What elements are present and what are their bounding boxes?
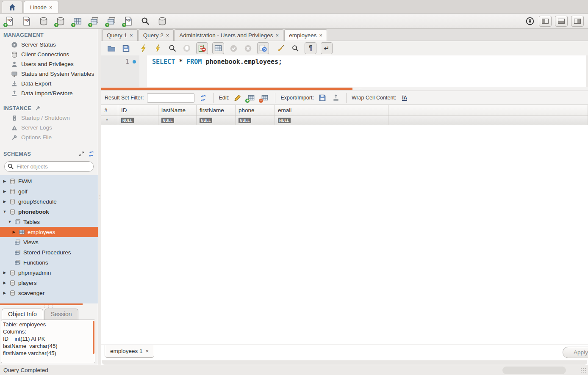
- toggle-bottom-panel-button[interactable]: [555, 16, 568, 27]
- column-header-rownum[interactable]: #: [101, 105, 118, 116]
- close-icon[interactable]: ×: [130, 32, 133, 39]
- tree-item-phonebook[interactable]: ▼ phonebook: [0, 207, 98, 217]
- delete-row-button[interactable]: −: [260, 93, 270, 102]
- chevron-right-icon[interactable]: ▶: [3, 199, 7, 204]
- limit-rows-button[interactable]: [212, 42, 224, 54]
- tree-item-golf[interactable]: ▶ golf: [0, 186, 98, 196]
- result-set-filter-input[interactable]: [147, 93, 194, 103]
- refresh-schemas-icon[interactable]: [88, 151, 94, 157]
- tab-employees[interactable]: employees ×: [284, 29, 327, 41]
- chevron-right-icon[interactable]: ▶: [3, 189, 7, 193]
- beautify-query-button[interactable]: [276, 43, 286, 53]
- cell-phone[interactable]: NULL: [236, 116, 275, 125]
- chevron-down-icon[interactable]: ▼: [3, 210, 7, 214]
- close-icon[interactable]: ×: [166, 32, 169, 39]
- toggle-invisible-chars-button[interactable]: ¶: [305, 42, 316, 54]
- tab-administration-users[interactable]: Administration - Users and Privileges ×: [175, 29, 283, 41]
- splitter-grip[interactable]: ⋯: [359, 88, 362, 91]
- execute-button[interactable]: [139, 43, 149, 53]
- cell-id[interactable]: NULL: [118, 116, 158, 125]
- cell-firstname[interactable]: NULL: [197, 116, 236, 125]
- reconnect-dbms-button[interactable]: [157, 16, 168, 27]
- tree-item-scavenger[interactable]: ▶ scavenger: [0, 288, 98, 298]
- toggle-stop-on-error-button[interactable]: [196, 42, 208, 54]
- export-recordset-button[interactable]: [317, 93, 327, 102]
- tab-query-2[interactable]: Query 2 ×: [139, 29, 174, 41]
- column-header-id[interactable]: ID: [118, 105, 158, 116]
- chevron-down-icon[interactable]: ▼: [8, 220, 12, 224]
- execute-current-statement-button[interactable]: [153, 43, 163, 53]
- toggle-wrap-cell-button[interactable]: ĪA: [399, 93, 410, 102]
- chevron-right-icon[interactable]: ▶: [3, 179, 7, 183]
- search-table-data-button[interactable]: [140, 16, 151, 27]
- stop-query-button[interactable]: [182, 43, 192, 53]
- sidebar-item-users-and-privileges[interactable]: Users and Privileges: [0, 59, 98, 69]
- resize-grip-icon[interactable]: [580, 368, 586, 374]
- close-icon[interactable]: ×: [319, 32, 322, 39]
- apply-button[interactable]: Apply: [563, 347, 588, 358]
- create-function-button[interactable]: +: [123, 16, 134, 27]
- sidebar-item-options-file[interactable]: Options File: [0, 132, 98, 142]
- tree-item-functions[interactable]: Functions: [0, 257, 98, 267]
- sidebar-item-data-export[interactable]: Data Export: [0, 79, 98, 88]
- result-tab-employees-1[interactable]: employees 1 ×: [105, 345, 154, 358]
- sidebar-item-data-import[interactable]: Data Import/Restore: [0, 88, 98, 98]
- commit-button[interactable]: [228, 43, 239, 53]
- connection-tab-linode[interactable]: Linode ×: [24, 1, 59, 13]
- column-header-phone[interactable]: phone: [236, 105, 275, 116]
- toggle-word-wrap-button[interactable]: ↵: [321, 42, 333, 54]
- scrollbar[interactable]: [586, 55, 588, 87]
- import-records-button[interactable]: [331, 93, 341, 102]
- table-row[interactable]: * NULL NULL NULL NULL NULL: [101, 116, 588, 125]
- cell-lastname[interactable]: NULL: [158, 116, 197, 125]
- column-header-email[interactable]: email: [275, 105, 388, 116]
- tree-item-views[interactable]: Views: [0, 237, 98, 247]
- home-tab[interactable]: [2, 1, 23, 13]
- open-script-button[interactable]: [106, 43, 116, 53]
- rollback-button[interactable]: [243, 43, 253, 53]
- create-view-button[interactable]: +: [89, 16, 100, 27]
- tree-item-phpmyadmin[interactable]: ▶ phpmyadmin: [0, 267, 98, 278]
- editor-result-splitter[interactable]: ⋯: [101, 87, 588, 91]
- sidebar-item-status-system-variables[interactable]: Status and System Variables: [0, 69, 98, 79]
- create-procedure-button[interactable]: +: [106, 16, 117, 27]
- explain-plan-button[interactable]: [167, 43, 178, 53]
- scrollbar[interactable]: [93, 321, 94, 354]
- new-sql-tab-button[interactable]: +: [4, 16, 15, 27]
- open-sql-script-button[interactable]: [21, 16, 32, 27]
- column-header-firstname[interactable]: firstName: [197, 105, 236, 116]
- vertical-splitter[interactable]: ⋮: [98, 29, 101, 365]
- column-header-lastname[interactable]: lastName: [158, 105, 197, 116]
- cell-email[interactable]: NULL: [275, 116, 388, 125]
- find-button[interactable]: [290, 43, 300, 53]
- save-script-button[interactable]: [121, 43, 131, 53]
- close-icon[interactable]: ×: [146, 348, 149, 354]
- sidebar-item-server-status[interactable]: Server Status: [0, 40, 98, 50]
- sql-code-line[interactable]: SELECT * FROM phonebook.employees;: [147, 55, 282, 87]
- tree-item-fwm[interactable]: ▶ FWM: [0, 176, 98, 186]
- sidebar-item-startup-shutdown[interactable]: Startup / Shutdown: [0, 113, 98, 123]
- chevron-right-icon[interactable]: ▶: [3, 281, 7, 285]
- tree-item-employees[interactable]: ▶ employees: [0, 227, 98, 237]
- close-icon[interactable]: ×: [276, 32, 279, 39]
- edit-cell-button[interactable]: [233, 93, 243, 102]
- add-row-button[interactable]: +: [246, 93, 256, 102]
- tree-item-stored-procedures[interactable]: Stored Procedures: [0, 247, 98, 257]
- toggle-right-sidebar-button[interactable]: [571, 16, 584, 27]
- tab-object-info[interactable]: Object Info: [2, 309, 43, 320]
- scrollbar[interactable]: [502, 367, 566, 374]
- create-schema-button[interactable]: +: [55, 16, 66, 27]
- tab-session[interactable]: Session: [44, 309, 78, 320]
- sql-editor[interactable]: 1 SELECT * FROM phonebook.employees;: [101, 55, 588, 87]
- tab-query-1[interactable]: Query 1 ×: [102, 29, 138, 41]
- toggle-left-sidebar-button[interactable]: [539, 16, 552, 27]
- tree-item-tables[interactable]: ▼ Tables: [0, 217, 98, 227]
- connection-inspector-button[interactable]: [38, 16, 49, 27]
- sidebar-item-client-connections[interactable]: Client Connections: [0, 50, 98, 59]
- tree-item-players[interactable]: ▶ players: [0, 278, 98, 288]
- chevron-right-icon[interactable]: ▶: [12, 230, 16, 234]
- create-table-button[interactable]: +: [72, 16, 83, 27]
- expand-schemas-icon[interactable]: [78, 151, 85, 157]
- refresh-results-button[interactable]: [198, 93, 208, 102]
- schema-filter-input[interactable]: [4, 161, 94, 172]
